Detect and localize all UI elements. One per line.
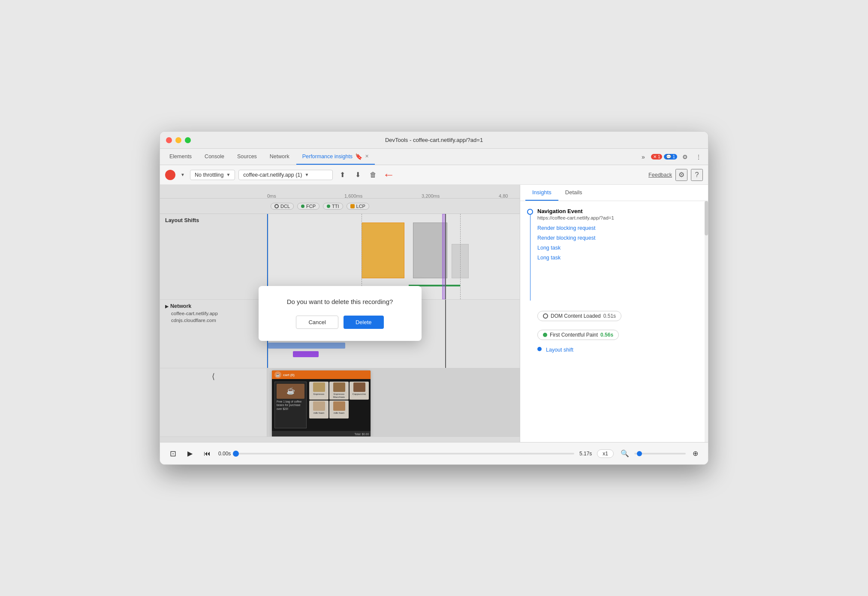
nav-text: Navigation Event https://coffee-cart.net… bbox=[537, 208, 614, 264]
fcp-chip-dot bbox=[543, 333, 547, 337]
close-button[interactable] bbox=[166, 137, 172, 143]
zoom-out-icon[interactable]: 🔍 bbox=[619, 448, 631, 460]
tab-insights[interactable]: Insights bbox=[525, 185, 558, 201]
nav-line bbox=[530, 215, 530, 301]
progress-thumb[interactable] bbox=[233, 451, 239, 457]
minimize-button[interactable] bbox=[175, 137, 181, 143]
zoom-track[interactable] bbox=[634, 453, 686, 455]
render-links: Render blocking request Render blocking … bbox=[537, 225, 614, 261]
export-icon[interactable]: ⬆ bbox=[336, 169, 348, 181]
time-end: 5.17s bbox=[579, 451, 592, 457]
tab-sources[interactable]: Sources bbox=[231, 149, 263, 165]
zoom-area: 🔍 ⊕ bbox=[619, 448, 701, 460]
left-panel: 0ms 1,600ms 3,200ms 4,80 DCL FCP bbox=[160, 185, 520, 442]
delete-button[interactable]: Delete bbox=[344, 316, 384, 329]
help-icon[interactable]: ? bbox=[691, 169, 703, 181]
error-badge: ✕ 1 bbox=[651, 154, 663, 160]
layout-shift-item: Layout shift bbox=[537, 347, 701, 353]
maximize-button[interactable] bbox=[185, 137, 191, 143]
nav-circle bbox=[527, 209, 533, 215]
tabbar-actions: » ✕ 1 💬 1 ⚙ ⋮ bbox=[637, 149, 705, 165]
playback-progress[interactable] bbox=[236, 453, 574, 455]
skip-to-start-icon[interactable]: ⏮ bbox=[201, 448, 213, 460]
layout-shift-dot bbox=[537, 347, 542, 351]
message-badge: 💬 1 bbox=[664, 154, 677, 160]
toolbar-settings-icon[interactable]: ⚙ bbox=[675, 169, 687, 181]
throttle-selector[interactable]: No throttling ▼ bbox=[190, 170, 235, 180]
panel-tabs: Insights Details bbox=[520, 185, 708, 201]
render-link-2: Render blocking request bbox=[537, 235, 614, 241]
long-task-link-2[interactable]: Long task bbox=[537, 255, 561, 261]
titlebar: DevTools - coffee-cart.netlify.app/?ad=1 bbox=[160, 132, 708, 149]
toolbar: ▼ No throttling ▼ coffee-cart.netlify.ap… bbox=[160, 165, 708, 185]
devtools-window: DevTools - coffee-cart.netlify.app/?ad=1… bbox=[160, 131, 708, 465]
dcl-chip: DOM Content Loaded 0.51s bbox=[537, 311, 621, 321]
screenshot-toggle-icon[interactable]: ⊡ bbox=[167, 448, 179, 460]
tab-console[interactable]: Console bbox=[199, 149, 230, 165]
scrollbar-track bbox=[705, 201, 708, 442]
tab-performance[interactable]: Performance insights 🔖 ✕ bbox=[296, 149, 375, 165]
main-content: 0ms 1,600ms 3,200ms 4,80 DCL FCP bbox=[160, 185, 708, 442]
nav-url: https://coffee-cart.netlify.app/?ad=1 bbox=[537, 215, 614, 220]
tab-bar: Elements Console Sources Network Perform… bbox=[160, 149, 708, 165]
dialog-overlay: Do you want to delete this recording? Ca… bbox=[160, 185, 520, 442]
dcl-chip-icon bbox=[543, 313, 548, 319]
play-button[interactable]: ▶ bbox=[184, 448, 196, 460]
bottom-bar: ⊡ ▶ ⏮ 0.00s 5.17s x1 🔍 ⊕ bbox=[160, 442, 708, 464]
dialog-message: Do you want to delete this recording? bbox=[272, 298, 408, 305]
long-task-link-1[interactable]: Long task bbox=[537, 245, 561, 251]
delete-recording-icon[interactable]: 🗑 bbox=[367, 169, 379, 181]
more-tabs-button[interactable]: » bbox=[637, 151, 649, 163]
delete-dialog: Do you want to delete this recording? Ca… bbox=[259, 286, 422, 341]
import-icon[interactable]: ⬇ bbox=[352, 169, 364, 181]
dialog-buttons: Cancel Delete bbox=[272, 316, 408, 329]
tab-network[interactable]: Network bbox=[264, 149, 295, 165]
url-dropdown-arrow: ▼ bbox=[304, 172, 309, 177]
window-title: DevTools - coffee-cart.netlify.app/?ad=1 bbox=[385, 137, 483, 143]
settings-icon[interactable]: ⚙ bbox=[679, 151, 691, 163]
url-selector[interactable]: coffee-cart.netlify.app (1) ▼ bbox=[238, 170, 333, 180]
throttle-dropdown-arrow: ▼ bbox=[226, 172, 230, 177]
dropdown-arrow-icon[interactable]: ▼ bbox=[179, 169, 187, 181]
feedback-link[interactable]: Feedback bbox=[648, 172, 672, 178]
scrollbar-thumb[interactable] bbox=[705, 201, 708, 235]
cancel-button[interactable]: Cancel bbox=[296, 316, 338, 329]
arrow-indicator: ← bbox=[383, 168, 395, 182]
tab-elements[interactable]: Elements bbox=[163, 149, 198, 165]
tab-details[interactable]: Details bbox=[558, 185, 589, 201]
window-controls bbox=[166, 137, 191, 143]
nav-title: Navigation Event bbox=[537, 208, 614, 214]
dcl-item: DOM Content Loaded 0.51s bbox=[537, 309, 701, 321]
layout-shift-link[interactable]: Layout shift bbox=[546, 347, 573, 353]
fcp-chip: First Contentful Paint 0.56s bbox=[537, 330, 619, 340]
long-task-2: Long task bbox=[537, 254, 614, 261]
tab-close-icon[interactable]: ✕ bbox=[365, 154, 369, 159]
zoom-in-icon[interactable]: ⊕ bbox=[689, 448, 701, 460]
menu-icon[interactable]: ⋮ bbox=[693, 151, 705, 163]
right-panel: Insights Details Navigation Event https:… bbox=[520, 185, 708, 442]
navigation-event-item: Navigation Event https://coffee-cart.net… bbox=[527, 208, 701, 301]
render-link-1: Render blocking request bbox=[537, 225, 614, 231]
long-task-1: Long task bbox=[537, 244, 614, 251]
speed-badge[interactable]: x1 bbox=[597, 449, 614, 458]
panel-content: Navigation Event https://coffee-cart.net… bbox=[520, 201, 708, 442]
nav-connector bbox=[527, 208, 533, 301]
fcp-item: First Contentful Paint 0.56s bbox=[537, 328, 701, 340]
time-start: 0.00s bbox=[218, 451, 231, 457]
zoom-thumb[interactable] bbox=[637, 451, 642, 456]
render-blocking-2[interactable]: Render blocking request bbox=[537, 235, 596, 241]
record-button[interactable] bbox=[165, 170, 175, 180]
render-blocking-1[interactable]: Render blocking request bbox=[537, 225, 596, 231]
